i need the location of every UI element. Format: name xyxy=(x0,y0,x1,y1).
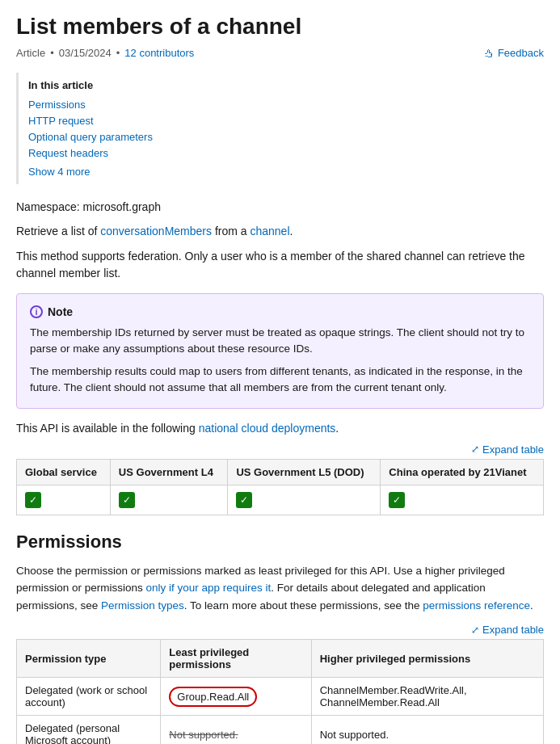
toc-link-permissions[interactable]: Permissions xyxy=(28,99,86,111)
table-row: Delegated (work or school account) Group… xyxy=(17,678,544,716)
in-this-article-heading: In this article xyxy=(28,79,534,91)
contributors-link[interactable]: 12 contributors xyxy=(124,47,194,59)
perm-type-delegated-personal: Delegated (personal Microsoft account) xyxy=(17,716,161,744)
cell-usgov-l4-check: ✓ xyxy=(110,485,228,515)
table-row: ✓ ✓ ✓ ✓ xyxy=(17,485,544,515)
article-date: 03/15/2024 xyxy=(59,47,112,59)
deployments-table: Global service US Government L4 US Gover… xyxy=(16,459,544,515)
toc-link-optional-params[interactable]: Optional query parameters xyxy=(28,131,153,143)
col-header-usgov-l4: US Government L4 xyxy=(110,459,228,485)
note-icon: i xyxy=(30,305,43,318)
checkmark-china: ✓ xyxy=(389,492,405,508)
perm-col-least: Least privileged permissions xyxy=(161,640,311,678)
toc-link-http-request[interactable]: HTTP request xyxy=(28,115,94,127)
list-item: Optional query parameters xyxy=(28,130,534,143)
page-title: List members of a channel xyxy=(16,13,544,40)
permissions-reference-link[interactable]: permissions reference xyxy=(423,599,530,612)
checkmark-usgov-l5: ✓ xyxy=(236,492,252,508)
feedback-icon: 🖒 xyxy=(483,47,495,60)
cell-usgov-l5-check: ✓ xyxy=(228,485,381,515)
perm-higher-delegated-work: ChannelMember.ReadWrite.All, ChannelMemb… xyxy=(311,678,543,716)
circled-permission: Group.Read.All xyxy=(169,687,257,707)
expand-table-button-2[interactable]: ⤢ Expand table xyxy=(471,624,544,636)
checkmark-global: ✓ xyxy=(25,492,41,508)
only-if-required-link[interactable]: only if your app requires it xyxy=(146,582,272,594)
col-header-global: Global service xyxy=(17,459,111,485)
expand-icon-1: ⤢ xyxy=(471,443,479,455)
cell-china-check: ✓ xyxy=(381,485,544,515)
col-header-china: China operated by 21Vianet xyxy=(381,459,544,485)
cell-global-check: ✓ xyxy=(17,485,111,515)
list-item: Request headers xyxy=(28,146,534,159)
permissions-table: Permission type Least privileged permiss… xyxy=(16,639,544,744)
api-availability: This API is available in the following n… xyxy=(16,420,544,437)
note-text-1: The membership IDs returned by server mu… xyxy=(30,325,530,358)
list-item: HTTP request xyxy=(28,114,534,127)
description-2: This method supports federation. Only a … xyxy=(16,248,544,282)
strikethrough-permission: Not supported. xyxy=(169,729,238,741)
perm-higher-delegated-personal: Not supported. xyxy=(311,716,543,744)
perm-col-type: Permission type xyxy=(17,640,161,678)
in-this-article-section: In this article Permissions HTTP request… xyxy=(16,73,544,184)
article-meta: Article • 03/15/2024 • 12 contributors 🖒… xyxy=(16,47,544,60)
article-label: Article xyxy=(16,47,45,59)
perm-least-delegated-personal: Not supported. xyxy=(161,716,311,744)
checkmark-usgov-l4: ✓ xyxy=(119,492,135,508)
note-header: i Note xyxy=(30,305,530,318)
perm-col-higher: Higher privileged permissions xyxy=(311,640,543,678)
show-more-link[interactable]: Show 4 more xyxy=(28,166,91,178)
feedback-button[interactable]: 🖒 Feedback xyxy=(483,47,544,60)
national-cloud-link[interactable]: national cloud deployments xyxy=(199,422,336,435)
perm-least-delegated-work: Group.Read.All xyxy=(161,678,311,716)
toc-link-request-headers[interactable]: Request headers xyxy=(28,147,108,159)
conversation-members-link[interactable]: conversationMembers xyxy=(100,225,212,237)
expand-icon-2: ⤢ xyxy=(471,624,479,636)
in-this-article-list: Permissions HTTP request Optional query … xyxy=(28,98,534,159)
namespace-text: Namespace: microsoft.graph xyxy=(16,200,544,213)
expand-table-container-1: ⤢ Expand table xyxy=(16,443,544,456)
expand-table-container-2: ⤢ Expand table xyxy=(16,624,544,636)
perm-type-delegated-work: Delegated (work or school account) xyxy=(17,678,161,716)
permissions-description: Choose the permission or permissions mar… xyxy=(16,562,544,615)
col-header-usgov-l5: US Government L5 (DOD) xyxy=(228,459,381,485)
permissions-heading: Permissions xyxy=(16,532,544,553)
channel-link[interactable]: channel xyxy=(250,225,289,237)
table-row: Delegated (personal Microsoft account) N… xyxy=(17,716,544,744)
permission-types-link[interactable]: Permission types xyxy=(101,599,184,612)
expand-table-button-1[interactable]: ⤢ Expand table xyxy=(471,443,544,456)
description-1: Retrieve a list of conversationMembers f… xyxy=(16,223,544,240)
list-item: Permissions xyxy=(28,98,534,111)
note-text-2: The membership results could map to user… xyxy=(30,364,530,397)
note-box: i Note The membership IDs returned by se… xyxy=(16,293,544,409)
